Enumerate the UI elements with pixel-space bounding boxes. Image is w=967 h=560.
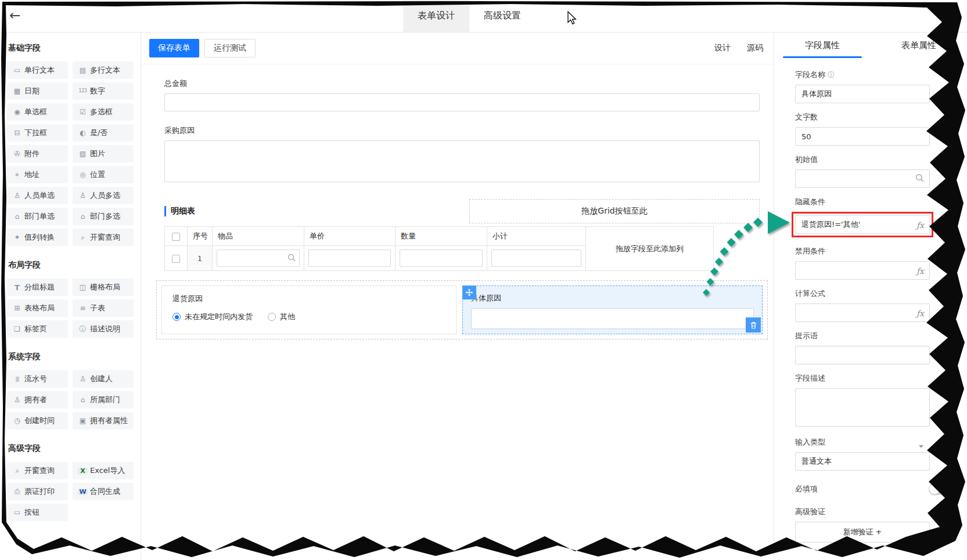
description-block: 字段描述: [795, 373, 930, 428]
sidebar-field-item[interactable]: ▤ 多行文本: [73, 62, 134, 79]
hint-input[interactable]: [795, 346, 930, 364]
search-icon[interactable]: [915, 174, 924, 183]
sidebar-field-item[interactable]: ◉ 单选框: [7, 103, 68, 121]
dept-single-icon: ⌂: [12, 213, 22, 220]
fx-formula-icon[interactable]: ƒx: [916, 267, 924, 275]
text-count-label: 文字数: [795, 112, 930, 122]
sidebar-field-item[interactable]: ⌕ 开窗查询: [7, 462, 68, 479]
sidebar-field-item[interactable]: ❏ 标签页: [7, 320, 68, 338]
grid-layout-container: 退货原因 未在规定时间内发货 其他 具体原因: [156, 280, 768, 339]
add-column-dropzone[interactable]: 拖放字段至此添加列: [586, 227, 714, 271]
disable-condition-input[interactable]: [795, 261, 930, 280]
sidebar-field-item[interactable]: ||| 流水号: [7, 370, 68, 388]
sidebar-group: 高级字段 ⌕ 开窗查询 X Excel导入 ⎙ 票证打印 W 合同生成: [7, 443, 134, 521]
sidebar-field-item[interactable]: ♙ 人员单选: [7, 187, 68, 204]
delete-field-icon[interactable]: [746, 317, 761, 333]
radio-option[interactable]: 未在规定时间内发货: [172, 312, 253, 322]
sidebar-field-item[interactable]: ⌕ 开窗查询: [73, 229, 134, 246]
calendar-icon: ▦: [12, 88, 22, 95]
sidebar-group-title: 高级字段: [8, 443, 132, 454]
sidebar-field-label: 部门单选: [24, 211, 55, 222]
person-single-icon: ♙: [12, 192, 22, 199]
sidebar-field-item[interactable]: 123 数字: [73, 82, 134, 100]
sidebar-field-item[interactable]: ⌖ 地址: [7, 166, 68, 183]
sidebar-field-label: 数字: [90, 86, 105, 96]
sidebar-field-item[interactable]: ▭ 按钮: [7, 504, 68, 521]
sidebar-field-item[interactable]: ▭ 单行文本: [7, 62, 68, 79]
sidebar-field-item[interactable]: ▦ 日期: [7, 82, 68, 100]
sidebar-field-label: 部门多选: [90, 211, 120, 222]
sidebar-field-item[interactable]: ♙ 创建人: [73, 370, 134, 388]
sidebar-field-item[interactable]: ⓘ 描述说明: [73, 320, 134, 338]
search-icon[interactable]: [287, 254, 296, 263]
single-line-text-icon: ▭: [12, 67, 22, 74]
fx-formula-icon[interactable]: ƒx: [916, 221, 924, 229]
hide-condition-input[interactable]: [795, 215, 930, 234]
initial-value-input[interactable]: [795, 169, 930, 188]
sidebar-field-item[interactable]: ⌂ 部门多选: [73, 208, 134, 225]
required-toggle[interactable]: [929, 483, 951, 495]
sidebar-field-item[interactable]: ♙ 人员多选: [73, 187, 134, 204]
run-test-button[interactable]: 运行测试: [204, 39, 256, 57]
sidebar-field-item[interactable]: ≡ 子表: [73, 299, 134, 317]
row-checkbox[interactable]: [172, 255, 180, 263]
qty-input[interactable]: [400, 250, 483, 267]
top-tab[interactable]: 高级设置: [469, 0, 535, 32]
field-name-input[interactable]: [795, 85, 930, 103]
save-form-button[interactable]: 保存表单: [149, 39, 199, 57]
disable-condition-label: 禁用条件: [795, 246, 930, 256]
grid-button-dropzone[interactable]: 拖放Grid按钮至此: [469, 199, 760, 223]
total-amount-input[interactable]: [164, 93, 760, 111]
subtotal-input[interactable]: [491, 250, 581, 267]
add-validation-button[interactable]: 新增验证 +: [795, 522, 930, 543]
sidebar-field-item[interactable]: ⌂ 部门单选: [7, 208, 68, 225]
sidebar-field-item[interactable]: ◷ 创建时间: [7, 412, 68, 429]
specific-reason-input[interactable]: [471, 308, 754, 329]
formula-input[interactable]: [795, 304, 930, 322]
source-view-link[interactable]: 源码: [747, 43, 763, 53]
sidebar-field-item[interactable]: ◫ 栅格布局: [73, 279, 134, 296]
sidebar-field-label: 多行文本: [90, 65, 120, 75]
sidebar-field-item[interactable]: ◐ 是/否: [73, 124, 134, 142]
fx-formula-icon[interactable]: ƒx: [916, 309, 924, 317]
sidebar-field-item[interactable]: T 分组标题: [7, 279, 68, 296]
sidebar-field-item[interactable]: ◎ 位置: [73, 166, 134, 183]
sidebar-field-label: 人员多选: [90, 190, 120, 201]
top-tab[interactable]: 表单设计: [403, 0, 469, 32]
specific-reason-field-selected[interactable]: 具体原因: [462, 286, 763, 334]
sidebar-field-label: 流水号: [24, 374, 47, 384]
price-input[interactable]: [308, 250, 391, 267]
input-type-select[interactable]: [795, 452, 930, 471]
description-textarea[interactable]: [795, 388, 930, 427]
purchase-reason-textarea[interactable]: [164, 140, 760, 182]
sidebar-field-label: 日期: [24, 86, 39, 96]
sidebar-field-item[interactable]: ▣ 拥有者属性: [73, 412, 134, 429]
person-multi-icon: ♙: [78, 192, 88, 199]
radio-icon: ◉: [12, 109, 22, 115]
sidebar-field-item[interactable]: ⊟ 下拉框: [7, 124, 68, 142]
move-handle-icon[interactable]: [462, 286, 476, 299]
text-count-input[interactable]: [795, 127, 930, 146]
radio-option[interactable]: 其他: [268, 312, 295, 322]
sidebar-field-item[interactable]: ⊞ 表格布局: [7, 299, 68, 317]
sidebar-field-item[interactable]: ✇ 附件: [7, 145, 68, 162]
sidebar-field-item[interactable]: ▧ 图片: [73, 145, 134, 162]
sidebar-field-item[interactable]: ⌂ 所属部门: [73, 391, 134, 409]
return-reason-field[interactable]: 退货原因 未在规定时间内发货 其他: [161, 286, 456, 334]
sidebar-field-item[interactable]: ⎙ 票证打印: [7, 483, 68, 500]
sidebar-field-item[interactable]: X Excel导入: [73, 462, 134, 479]
back-arrow-icon[interactable]: ←: [9, 8, 20, 23]
design-view-link[interactable]: 设计: [714, 43, 731, 53]
subtotal-cell: [487, 246, 586, 271]
initial-value-block: 初始值: [795, 154, 930, 188]
sidebar-field-label: 图片: [90, 149, 105, 159]
sidebar-field-item[interactable]: ✦ 值列转换: [7, 229, 68, 246]
select-all-checkbox[interactable]: [172, 233, 180, 241]
col-header: 数量: [396, 227, 487, 246]
sidebar-field-item[interactable]: W 合同生成: [73, 483, 134, 500]
sidebar-field-item[interactable]: ♙ 拥有者: [7, 391, 68, 409]
properties-panel: 字段属性 表单属性 字段名称ⓘ 文字数 初始值 隐藏条件 ƒx: [774, 32, 967, 560]
panel-tab[interactable]: 字段属性: [774, 32, 871, 58]
panel-tab[interactable]: 表单属性: [871, 32, 967, 58]
sidebar-field-item[interactable]: ☑ 多选框: [73, 103, 134, 121]
